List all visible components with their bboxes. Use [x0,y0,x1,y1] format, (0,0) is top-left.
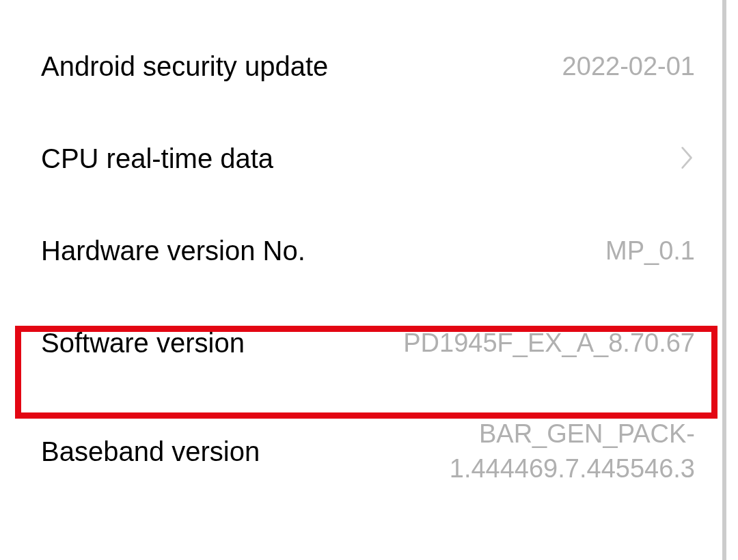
row-software-version[interactable]: Software version PD1945F_EX_A_8.70.67 [41,297,695,389]
row-hardware-version[interactable]: Hardware version No. MP_0.1 [41,205,695,297]
row-value: BAR_GEN_PACK-1.444469.7.445546.3 [280,417,695,487]
row-value: PD1945F_EX_A_8.70.67 [403,328,695,358]
row-right [673,145,695,173]
row-value: 2022-02-01 [562,52,695,81]
row-baseband-version[interactable]: Baseband version BAR_GEN_PACK-1.444469.7… [41,389,695,514]
row-cpu-realtime-data[interactable]: CPU real-time data [41,113,695,205]
row-label: Software version [41,328,245,359]
settings-list: Android security update 2022-02-01 CPU r… [0,0,726,560]
row-label: Hardware version No. [41,236,305,266]
chevron-right-icon [680,145,695,173]
row-label: CPU real-time data [41,143,273,174]
row-label: Baseband version [41,436,260,467]
row-value: MP_0.1 [605,236,695,266]
row-label: Android security update [41,51,328,82]
row-android-security-update[interactable]: Android security update 2022-02-01 [41,20,695,113]
